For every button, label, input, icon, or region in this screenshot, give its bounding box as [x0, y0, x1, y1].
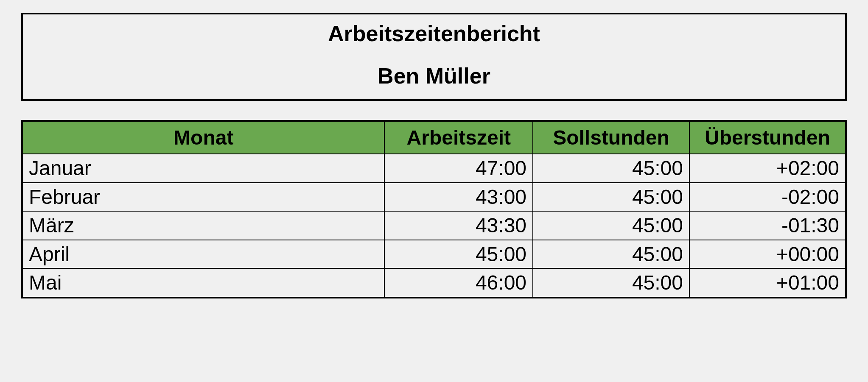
report-title: Arbeitszeitenbericht [31, 21, 837, 46]
person-name: Ben Müller [31, 63, 837, 89]
col-header-work: Arbeitszeit [384, 121, 533, 154]
cell-work: 43:00 [384, 183, 533, 212]
col-header-overtime: Überstunden [689, 121, 846, 154]
cell-work: 45:00 [384, 240, 533, 269]
cell-target: 45:00 [533, 183, 689, 212]
cell-month: Januar [22, 154, 384, 183]
cell-work: 47:00 [384, 154, 533, 183]
cell-month: Februar [22, 183, 384, 212]
table-row: April45:0045:00+00:00 [22, 240, 846, 269]
table-header-row: Monat Arbeitszeit Sollstunden Überstunde… [22, 121, 846, 154]
cell-overtime: -02:00 [689, 183, 846, 212]
title-box: Arbeitszeitenbericht Ben Müller [21, 13, 847, 101]
cell-month: April [22, 240, 384, 269]
cell-target: 45:00 [533, 211, 689, 240]
col-header-target: Sollstunden [533, 121, 689, 154]
cell-month: März [22, 211, 384, 240]
table-row: Mai46:0045:00+01:00 [22, 268, 846, 298]
cell-overtime: -01:30 [689, 211, 846, 240]
table-row: März43:3045:00-01:30 [22, 211, 846, 240]
col-header-month: Monat [22, 121, 384, 154]
cell-overtime: +01:00 [689, 268, 846, 298]
cell-month: Mai [22, 268, 384, 298]
cell-target: 45:00 [533, 268, 689, 298]
cell-overtime: +00:00 [689, 240, 846, 269]
cell-work: 43:30 [384, 211, 533, 240]
table-row: Februar43:0045:00-02:00 [22, 183, 846, 212]
cell-overtime: +02:00 [689, 154, 846, 183]
cell-target: 45:00 [533, 240, 689, 269]
cell-work: 46:00 [384, 268, 533, 298]
worktime-table: Monat Arbeitszeit Sollstunden Überstunde… [21, 120, 847, 298]
table-row: Januar47:0045:00+02:00 [22, 154, 846, 183]
cell-target: 45:00 [533, 154, 689, 183]
